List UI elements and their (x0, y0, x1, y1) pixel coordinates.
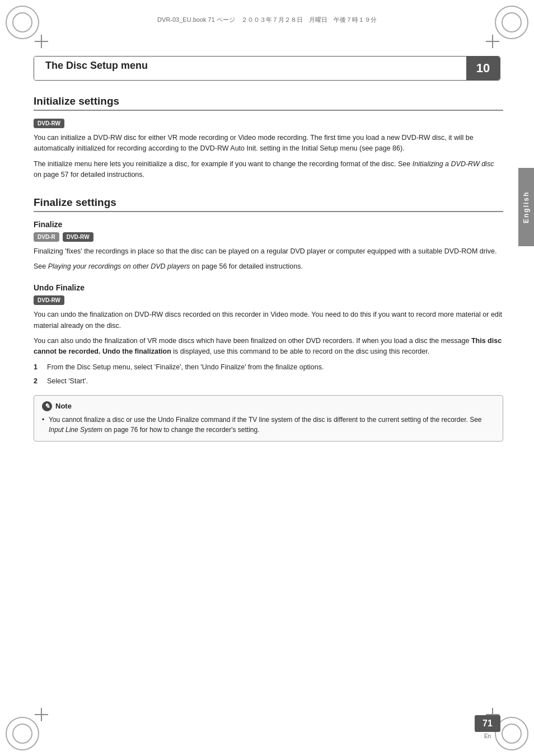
badge-dvdrw-2: DVD-RW (63, 232, 93, 242)
reg-mark-tl (35, 35, 48, 48)
undo-finalize-para-2: You can also undo the finalization of VR… (34, 336, 503, 358)
step-1: 1 From the Disc Setup menu, select 'Fina… (34, 362, 503, 373)
corner-decoration-tl (6, 6, 39, 39)
file-info: DVR-03_EU.book 71 ページ ２００３年７月２８日 月曜日 午後７… (45, 16, 489, 24)
page-footer: 71 En (475, 715, 500, 739)
step-2-num: 2 (34, 376, 43, 387)
finalize-badges: DVD-R DVD-RW (34, 232, 503, 242)
step-2: 2 Select 'Start'. (34, 376, 503, 387)
page-en: En (484, 733, 491, 739)
undo-finalize-badges: DVD-RW (34, 295, 503, 305)
note-item-1: You cannot finalize a disc or use the Un… (42, 415, 495, 435)
badge-dvdrw: DVD-RW (34, 119, 64, 128)
undo-finalize-subsection: Undo Finalize DVD-RW You can undo the fi… (34, 283, 503, 441)
note-box: ✎ Note You cannot finalize a disc or use… (34, 395, 503, 442)
reg-mark-tr (486, 35, 499, 48)
page-number: 71 (475, 715, 500, 732)
corner-decoration-bl (6, 717, 39, 750)
initialize-section: Initialize settings DVD-RW You can initi… (34, 95, 503, 181)
finalize-para-1: Finalizing 'fixes' the recordings in pla… (34, 246, 503, 257)
initialize-para-1: You can initialize a DVD-RW disc for eit… (34, 133, 503, 154)
finalize-para-2: See Playing your recordings on other DVD… (34, 261, 503, 272)
initialize-para-2: The initialize menu here lets you reinit… (34, 159, 503, 181)
step-1-text: From the Disc Setup menu, select 'Finali… (47, 362, 324, 373)
badge-dvdrw-undo: DVD-RW (34, 295, 64, 305)
finalize-subsection: Finalize DVD-R DVD-RW Finalizing 'fixes'… (34, 220, 503, 273)
finalize-section-title: Finalize settings (34, 196, 503, 212)
finalize-subsection-title: Finalize (34, 220, 503, 229)
undo-finalize-para-1: You can undo the finalization on DVD-RW … (34, 309, 503, 331)
page-title: The Disc Setup menu (34, 57, 466, 80)
undo-finalize-title: Undo Finalize (34, 283, 503, 292)
chapter-number: 10 (466, 57, 500, 80)
initialize-badges: DVD-RW (34, 119, 503, 128)
note-header: ✎ Note (42, 401, 495, 411)
main-content: Initialize settings DVD-RW You can initi… (34, 95, 503, 711)
corner-decoration-tr (495, 6, 528, 39)
language-label: English (518, 168, 534, 246)
step-2-text: Select 'Start'. (47, 376, 88, 387)
page-header: The Disc Setup menu 10 (34, 56, 500, 81)
badge-dvdr: DVD-R (34, 232, 59, 242)
step-1-num: 1 (34, 362, 43, 373)
note-icon: ✎ (42, 401, 52, 411)
finalize-section: Finalize settings Finalize DVD-R DVD-RW … (34, 196, 503, 442)
note-title: Note (55, 402, 72, 410)
initialize-section-title: Initialize settings (34, 95, 503, 111)
